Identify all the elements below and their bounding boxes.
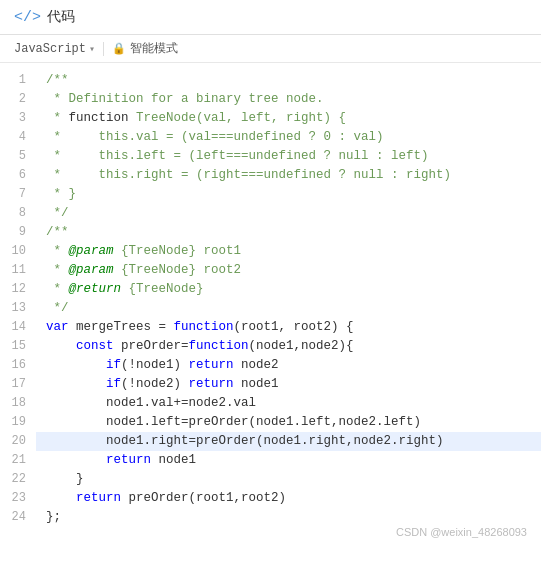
code-icon: </> [14, 9, 41, 26]
code-line: if(!node2) return node1 [46, 375, 531, 394]
line-number: 6 [0, 166, 26, 185]
line-number: 23 [0, 489, 26, 508]
code-line: node1.val+=node2.val [46, 394, 531, 413]
code-line: * @return {TreeNode} [46, 280, 531, 299]
line-number: 16 [0, 356, 26, 375]
line-number: 11 [0, 261, 26, 280]
line-number: 24 [0, 508, 26, 527]
line-number: 4 [0, 128, 26, 147]
line-number: 14 [0, 318, 26, 337]
language-selector[interactable]: JavaScript ▾ [14, 42, 95, 56]
line-number: 15 [0, 337, 26, 356]
line-number: 7 [0, 185, 26, 204]
code-line: */ [46, 299, 531, 318]
lock-icon: 🔒 [112, 42, 126, 55]
language-label: JavaScript [14, 42, 86, 56]
line-number: 12 [0, 280, 26, 299]
line-number: 22 [0, 470, 26, 489]
toolbar: JavaScript ▾ 🔒 智能模式 [0, 35, 541, 63]
code-line: /** [46, 71, 531, 90]
code-line: return preOrder(root1,root2) [46, 489, 531, 508]
line-number: 9 [0, 223, 26, 242]
line-number: 13 [0, 299, 26, 318]
code-line: node1.right=preOrder(node1.right,node2.r… [36, 432, 541, 451]
line-number: 17 [0, 375, 26, 394]
code-line: * function TreeNode(val, left, right) { [46, 109, 531, 128]
watermark: CSDN @weixin_48268093 [396, 526, 527, 538]
line-number: 21 [0, 451, 26, 470]
code-content[interactable]: /** * Definition for a binary tree node.… [36, 63, 541, 548]
code-line: * this.left = (left===undefined ? null :… [46, 147, 531, 166]
code-editor: 123456789101112131415161718192021222324 … [0, 63, 541, 548]
line-number: 5 [0, 147, 26, 166]
line-number: 1 [0, 71, 26, 90]
code-line: * @param {TreeNode} root2 [46, 261, 531, 280]
line-number: 19 [0, 413, 26, 432]
code-line: } [46, 470, 531, 489]
code-line: * this.right = (right===undefined ? null… [46, 166, 531, 185]
code-line: const preOrder=function(node1,node2){ [46, 337, 531, 356]
header: </> 代码 [0, 0, 541, 35]
line-number: 2 [0, 90, 26, 109]
line-number: 10 [0, 242, 26, 261]
line-numbers: 123456789101112131415161718192021222324 [0, 63, 36, 548]
code-line: node1.left=preOrder(node1.left,node2.lef… [46, 413, 531, 432]
code-line: return node1 [46, 451, 531, 470]
line-number: 20 [0, 432, 26, 451]
smart-mode[interactable]: 🔒 智能模式 [112, 40, 178, 57]
code-line: * Definition for a binary tree node. [46, 90, 531, 109]
code-line: */ [46, 204, 531, 223]
smart-mode-label: 智能模式 [130, 40, 178, 57]
line-number: 8 [0, 204, 26, 223]
line-number: 3 [0, 109, 26, 128]
code-line: }; [46, 508, 531, 527]
code-line: var mergeTrees = function(root1, root2) … [46, 318, 531, 337]
code-line: if(!node1) return node2 [46, 356, 531, 375]
code-line: * @param {TreeNode} root1 [46, 242, 531, 261]
header-title: 代码 [47, 8, 75, 26]
line-number: 18 [0, 394, 26, 413]
toolbar-divider [103, 42, 104, 56]
code-line: * this.val = (val===undefined ? 0 : val) [46, 128, 531, 147]
code-line: /** [46, 223, 531, 242]
chevron-down-icon: ▾ [89, 43, 95, 55]
code-line: * } [46, 185, 531, 204]
